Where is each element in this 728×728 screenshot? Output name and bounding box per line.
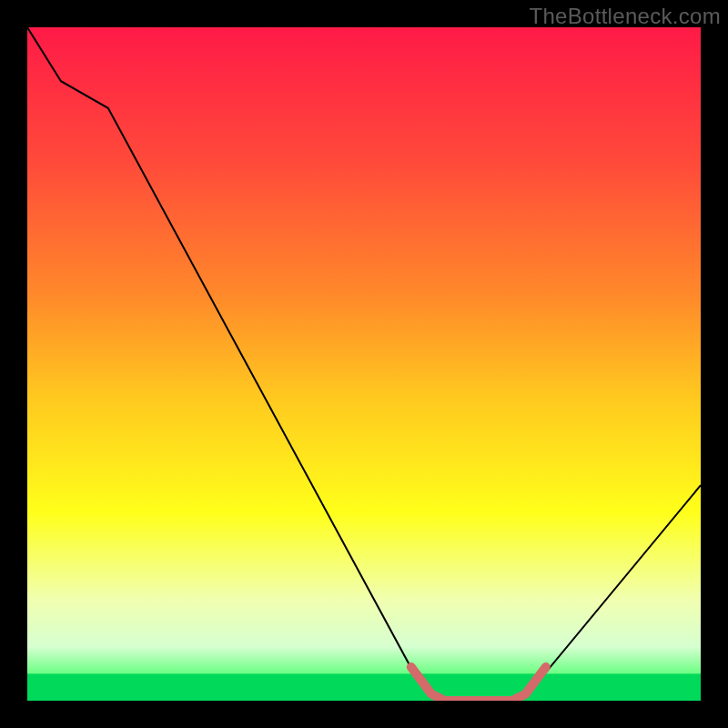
watermark-text: TheBottleneck.com [529, 4, 721, 29]
gradient-bg [27, 27, 701, 701]
plot-area [27, 27, 701, 701]
optimal-band [27, 673, 701, 701]
plot-svg [27, 27, 701, 701]
chart-frame: TheBottleneck.com [0, 0, 728, 728]
